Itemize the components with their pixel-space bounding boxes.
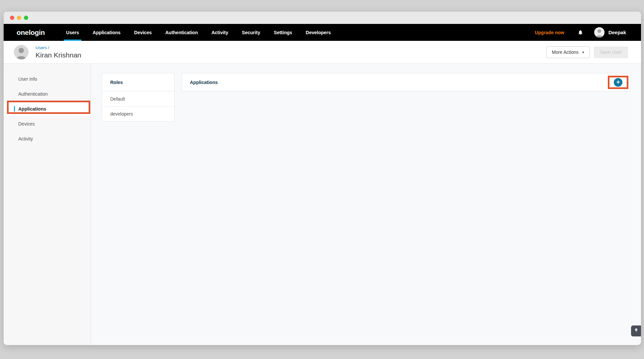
selected-indicator-bar	[14, 106, 15, 112]
nav-item-activity[interactable]: Activity	[211, 24, 228, 41]
sidebar: User Info Authentication Applications De…	[4, 64, 91, 345]
minimize-window-icon[interactable]	[17, 16, 21, 20]
nav-items: Users Applications Devices Authenticatio…	[66, 24, 344, 41]
applications-panel: Applications +	[182, 73, 630, 91]
save-user-button[interactable]: Save User	[594, 46, 628, 58]
content-area: User Info Authentication Applications De…	[4, 64, 641, 345]
main-panel-area: Roles Default developers Applications +	[91, 64, 641, 345]
help-beacon-tab[interactable]	[631, 325, 641, 336]
nav-item-security[interactable]: Security	[242, 24, 260, 41]
app-window: onelogin Users Applications Devices Auth…	[4, 12, 641, 345]
nav-item-users[interactable]: Users	[66, 24, 79, 41]
add-application-button[interactable]: +	[614, 78, 622, 87]
page-title: Kiran Krishnan	[36, 51, 81, 59]
zoom-window-icon[interactable]	[24, 16, 28, 20]
nav-item-settings[interactable]: Settings	[274, 24, 292, 41]
lightbulb-icon	[634, 328, 639, 334]
roles-panel: Roles Default developers	[102, 73, 175, 122]
more-actions-label: More Actions	[552, 49, 579, 55]
sidebar-item-activity[interactable]: Activity	[4, 131, 91, 146]
breadcrumb[interactable]: Users /	[36, 45, 81, 50]
window-titlebar	[4, 12, 641, 24]
roles-title: Roles	[110, 80, 123, 85]
sidebar-item-label: Applications	[18, 106, 46, 112]
nav-item-devices[interactable]: Devices	[134, 24, 152, 41]
sidebar-item-applications[interactable]: Applications	[4, 101, 91, 116]
sidebar-item-authentication[interactable]: Authentication	[4, 86, 91, 101]
sidebar-item-user-info[interactable]: User Info	[4, 71, 91, 86]
applications-title: Applications	[190, 80, 218, 85]
navbar-right: Upgrade now Deepak	[535, 24, 641, 41]
top-navbar: onelogin Users Applications Devices Auth…	[4, 24, 641, 41]
nav-item-authentication[interactable]: Authentication	[165, 24, 198, 41]
plus-icon: +	[616, 78, 620, 86]
user-avatar	[14, 45, 29, 59]
header-buttons: More Actions ▾ Save User	[546, 46, 641, 58]
role-row-default[interactable]: Default	[102, 91, 174, 106]
account-avatar[interactable]	[594, 27, 604, 38]
notifications-bell-icon[interactable]	[578, 30, 583, 35]
page-header: Users / Kiran Krishnan More Actions ▾ Sa…	[4, 41, 641, 64]
role-row-developers[interactable]: developers	[102, 106, 174, 121]
more-actions-button[interactable]: More Actions ▾	[546, 46, 590, 58]
nav-item-developers[interactable]: Developers	[306, 24, 331, 41]
roles-panel-header: Roles	[102, 73, 174, 91]
close-window-icon[interactable]	[10, 16, 14, 20]
sidebar-item-devices[interactable]: Devices	[4, 116, 91, 131]
chevron-down-icon: ▾	[582, 50, 584, 54]
onelogin-logo[interactable]: onelogin	[17, 29, 45, 37]
nav-item-applications[interactable]: Applications	[93, 24, 121, 41]
account-name[interactable]: Deepak	[608, 30, 626, 35]
window-controls	[10, 16, 28, 20]
upgrade-now-link[interactable]: Upgrade now	[535, 30, 564, 35]
title-block: Users / Kiran Krishnan	[36, 45, 81, 59]
add-application-wrap: +	[614, 78, 622, 87]
